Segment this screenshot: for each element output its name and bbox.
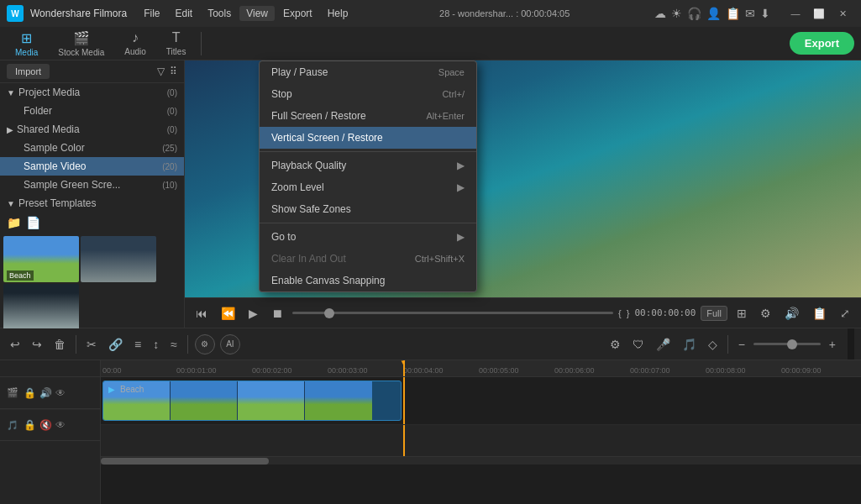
tl-separator [727, 335, 728, 354]
download-icon[interactable]: ⬇ [760, 7, 770, 20]
scrollbar-thumb[interactable] [101, 458, 269, 465]
media-thumbnail[interactable] [81, 236, 156, 282]
menu-stop[interactable]: Stop Ctrl+/ [260, 83, 476, 105]
split-button[interactable]: ↕ [150, 334, 162, 354]
menu-tools[interactable]: Tools [201, 6, 238, 21]
video-track-header: 🎬 🔒 🔊 👁 [0, 377, 100, 409]
sun-icon[interactable]: ☀ [671, 7, 682, 20]
zoom-in-button[interactable]: + [826, 334, 839, 354]
tree-count: (25) [162, 144, 177, 153]
tree-count: (0) [167, 125, 177, 134]
video-clip[interactable]: ▶ Beach [102, 381, 402, 421]
menu-export[interactable]: Export [276, 6, 319, 21]
tree-count: (0) [167, 88, 177, 97]
toolbar-audio[interactable]: ♪ Audio [116, 27, 155, 60]
lock-icon[interactable]: 🔒 [24, 419, 36, 431]
tree-label: Sample Video [24, 160, 87, 172]
export-button[interactable]: Export [790, 32, 854, 55]
minimize-button[interactable]: — [784, 5, 807, 22]
mic-icon[interactable]: 🎤 [653, 334, 674, 354]
lock-icon[interactable]: 🔒 [24, 387, 36, 399]
clip-frame [171, 381, 238, 420]
filter-icon[interactable]: ▽ [157, 66, 165, 77]
clipboard-icon[interactable]: 📋 [726, 7, 740, 20]
eye-icon[interactable]: 👁 [55, 387, 66, 399]
add-file-icon[interactable]: 📄 [26, 216, 40, 229]
audio-track-icon[interactable]: 🎵 [679, 334, 700, 354]
preview-slider[interactable] [292, 312, 613, 314]
toolbar-media[interactable]: ⊞ Media [7, 27, 46, 60]
mail-icon[interactable]: ✉ [745, 7, 755, 20]
menu-go-to[interactable]: Go to ▶ [260, 226, 476, 248]
menu-fullscreen[interactable]: Full Screen / Restore Alt+Enter [260, 105, 476, 127]
settings-icon[interactable]: ⚙ [606, 334, 624, 354]
menu-zoom-level[interactable]: Zoom Level ▶ [260, 176, 476, 198]
delete-button[interactable]: 🗑 [50, 334, 69, 354]
side-panel [848, 328, 854, 360]
cloud-icon[interactable]: ☁ [654, 7, 666, 20]
panel-icons: ▽ ⠿ [157, 66, 177, 77]
redo-button[interactable]: ↪ [29, 334, 45, 354]
link-button[interactable]: 🔗 [105, 334, 126, 354]
tree-sample-video[interactable]: Sample Video (20) [0, 157, 184, 176]
menu-help[interactable]: Help [321, 6, 355, 21]
protect-icon[interactable]: 🛡 [629, 334, 648, 354]
preview-btn4[interactable]: 📋 [808, 304, 831, 323]
prev-frame-button[interactable]: ⏪ [217, 304, 239, 323]
zoom-out-button[interactable]: − [735, 334, 748, 354]
mute-icon[interactable]: 🔇 [39, 419, 52, 431]
eye-icon[interactable]: 👁 [55, 419, 66, 431]
menu-play-pause[interactable]: Play / Pause Space [260, 61, 476, 83]
rewind-button[interactable]: ⏮ [192, 304, 212, 323]
adjust-button[interactable]: ≡ [131, 334, 144, 354]
media-thumbnail[interactable]: Beach [3, 236, 79, 282]
menu-enable-snapping[interactable]: Enable Canvas Snapping [260, 270, 476, 291]
ruler-mark: 00:00:06:00 [554, 366, 595, 375]
audio-track-header: 🎵 🔒 🔇 👁 [0, 409, 100, 441]
clip-frame [238, 381, 305, 420]
play-button[interactable]: ▶ [244, 304, 262, 323]
menu-file[interactable]: File [137, 6, 166, 21]
ruler-mark: 00:00:05:00 [479, 366, 519, 375]
menu-playback-quality[interactable]: Playback Quality ▶ [260, 155, 476, 176]
close-button[interactable]: ✕ [831, 5, 854, 22]
playhead-audio [403, 425, 405, 456]
toolbar-stock-media[interactable]: 🎬 Stock Media [50, 27, 113, 60]
tree-preset-templates[interactable]: ▼ Preset Templates [0, 194, 184, 213]
mute-icon[interactable]: 🔊 [39, 387, 52, 399]
headphone-icon[interactable]: 🎧 [687, 7, 701, 20]
app-name: Wondershare Filmora [30, 8, 127, 19]
ai-button[interactable]: AI [220, 334, 240, 354]
tree-label: Preset Templates [18, 197, 97, 209]
cut-button[interactable]: ✂ [83, 334, 100, 354]
tree-sample-color[interactable]: Sample Color (25) [0, 139, 184, 157]
keyframe-icon[interactable]: ◇ [705, 334, 721, 354]
undo-button[interactable]: ↩ [7, 334, 24, 354]
grid-icon[interactable]: ⠿ [170, 66, 177, 77]
tree-shared-media[interactable]: ▶ Shared Media (0) [0, 120, 184, 139]
menu-view[interactable]: View [239, 6, 275, 21]
timeline-scrollbar[interactable] [101, 456, 861, 465]
tree-project-media[interactable]: ▼ Project Media (0) [0, 83, 184, 102]
preview-btn3[interactable]: 🔊 [780, 304, 803, 323]
user-icon[interactable]: 👤 [706, 7, 721, 20]
media-thumbnail[interactable] [3, 284, 79, 330]
ruler-mark: 00:00:09:00 [781, 366, 822, 375]
menu-edit[interactable]: Edit [169, 6, 200, 21]
ripple-button[interactable]: ≈ [167, 334, 181, 354]
maximize-button[interactable]: ⬜ [807, 5, 831, 22]
toolbar-titles[interactable]: T Titles [158, 27, 195, 60]
color-match-button[interactable]: ⚙ [195, 334, 215, 354]
import-button[interactable]: Import [7, 64, 50, 79]
zoom-slider[interactable] [753, 343, 821, 345]
add-folder-icon[interactable]: 📁 [7, 216, 21, 229]
menu-vertical-screen[interactable]: Vertical Screen / Restore [260, 127, 476, 149]
preview-btn2[interactable]: ⚙ [756, 304, 775, 323]
stop-button[interactable]: ⏹ [267, 304, 287, 323]
preview-btn5[interactable]: ⤢ [836, 304, 854, 323]
quality-button[interactable]: Full [701, 306, 727, 321]
tree-folder[interactable]: Folder (0) [0, 102, 184, 120]
menu-show-safe-zones[interactable]: Show Safe Zones [260, 198, 476, 220]
tree-sample-green[interactable]: Sample Green Scre... (10) [0, 176, 184, 194]
preview-btn1[interactable]: ⊞ [732, 304, 751, 323]
